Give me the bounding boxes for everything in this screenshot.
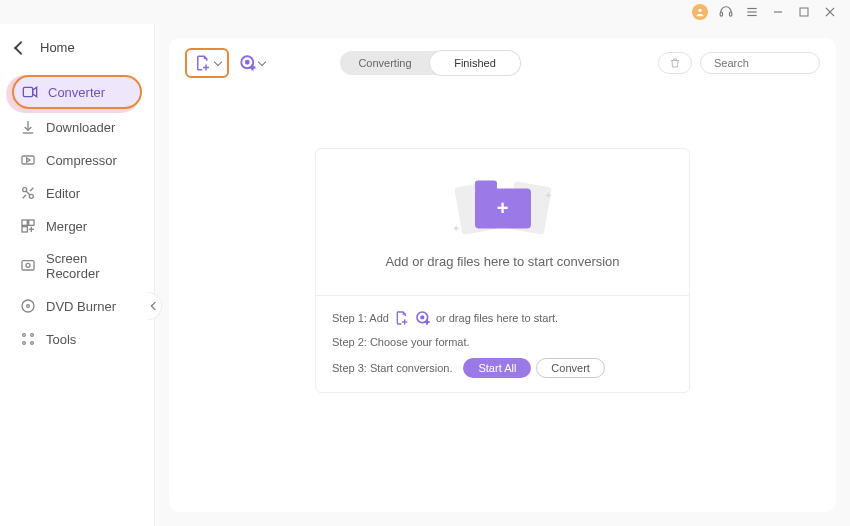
status-tabs: Converting Finished (340, 51, 520, 75)
svg-point-35 (246, 61, 249, 64)
sidebar-item-label: Compressor (46, 153, 117, 168)
title-bar (0, 0, 850, 24)
search-box[interactable] (700, 52, 820, 74)
sidebar-item-dvd-burner[interactable]: DVD Burner (12, 291, 142, 321)
chevron-left-icon (14, 40, 28, 54)
steps-panel: Step 1: Add or drag files here to start.… (316, 295, 689, 392)
svg-point-31 (31, 342, 34, 345)
converter-icon (22, 84, 38, 100)
content-panel: Converting Finished (169, 38, 836, 512)
sidebar-item-merger[interactable]: Merger (12, 211, 142, 241)
drop-zone-card: + ✦ ✦ Add or drag files here to start co… (315, 148, 690, 393)
sidebar-item-label: Converter (48, 85, 105, 100)
home-link[interactable]: Home (12, 34, 142, 61)
compressor-icon (20, 152, 36, 168)
svg-line-17 (30, 188, 33, 191)
sidebar-item-label: Merger (46, 219, 87, 234)
sidebar-item-tools[interactable]: Tools (12, 324, 142, 354)
step-2: Step 2: Choose your format. (332, 336, 673, 348)
sidebar-item-label: Screen Recorder (46, 251, 134, 281)
home-label: Home (40, 40, 75, 55)
svg-rect-41 (402, 321, 407, 322)
svg-rect-33 (203, 67, 209, 69)
sidebar-item-label: Editor (46, 186, 80, 201)
user-avatar[interactable] (692, 4, 708, 20)
merger-icon (20, 218, 36, 234)
svg-point-43 (421, 316, 424, 319)
main-area: Home Converter Downloader Compressor Edi (0, 24, 850, 526)
close-icon[interactable] (822, 4, 838, 20)
add-disc-button[interactable] (237, 48, 267, 78)
start-all-button[interactable]: Start All (463, 358, 531, 378)
svg-rect-21 (22, 227, 27, 232)
svg-line-16 (26, 191, 30, 195)
drop-zone[interactable]: + ✦ ✦ Add or drag files here to start co… (316, 149, 689, 295)
svg-point-0 (698, 9, 701, 12)
tab-converting[interactable]: Converting (340, 51, 430, 75)
search-input[interactable] (714, 57, 850, 69)
add-file-button[interactable] (185, 48, 229, 78)
toolbar-right (658, 52, 820, 74)
tools-icon (20, 331, 36, 347)
svg-point-28 (23, 334, 26, 337)
sidebar-item-label: Downloader (46, 120, 115, 135)
toolbar: Converting Finished (185, 48, 820, 78)
sidebar-item-editor[interactable]: Editor (12, 178, 142, 208)
svg-rect-2 (730, 12, 732, 16)
sidebar-item-label: DVD Burner (46, 299, 116, 314)
chevron-left-icon (150, 302, 158, 310)
disc-icon (20, 298, 36, 314)
maximize-icon[interactable] (796, 4, 812, 20)
svg-marker-13 (27, 158, 30, 162)
svg-rect-10 (23, 87, 32, 96)
tab-finished[interactable]: Finished (430, 51, 520, 75)
sidebar-item-label: Tools (46, 332, 76, 347)
convert-button[interactable]: Convert (536, 358, 605, 378)
svg-rect-7 (800, 8, 808, 16)
svg-point-30 (23, 342, 26, 345)
delete-button[interactable] (658, 52, 692, 74)
minimize-icon[interactable] (770, 4, 786, 20)
svg-point-29 (31, 334, 34, 337)
download-icon (20, 119, 36, 135)
chevron-down-icon (258, 58, 266, 66)
menu-icon[interactable] (744, 4, 760, 20)
recorder-icon (20, 258, 36, 274)
svg-rect-20 (29, 220, 34, 225)
step-3: Step 3: Start conversion. Start All Conv… (332, 358, 673, 378)
disc-plus-icon (415, 310, 431, 326)
svg-point-27 (27, 305, 30, 308)
sidebar-item-screen-recorder[interactable]: Screen Recorder (12, 244, 142, 288)
support-icon[interactable] (718, 4, 734, 20)
drop-text: Add or drag files here to start conversi… (385, 254, 619, 269)
file-plus-icon (394, 310, 410, 326)
svg-rect-24 (22, 261, 34, 270)
folder-illustration: + ✦ ✦ (458, 176, 548, 238)
sidebar-item-compressor[interactable]: Compressor (12, 145, 142, 175)
editor-icon (20, 185, 36, 201)
sidebar: Home Converter Downloader Compressor Edi (0, 24, 155, 526)
svg-rect-12 (22, 156, 34, 164)
svg-line-18 (23, 195, 26, 198)
svg-rect-1 (720, 12, 722, 16)
step-1: Step 1: Add or drag files here to start. (332, 310, 673, 326)
svg-point-26 (22, 300, 34, 312)
content: Converting Finished (155, 24, 850, 526)
sidebar-item-converter[interactable]: Converter (12, 75, 142, 109)
svg-rect-19 (22, 220, 27, 225)
chevron-down-icon (213, 58, 221, 66)
sidebar-item-downloader[interactable]: Downloader (12, 112, 142, 142)
svg-point-25 (26, 263, 30, 267)
